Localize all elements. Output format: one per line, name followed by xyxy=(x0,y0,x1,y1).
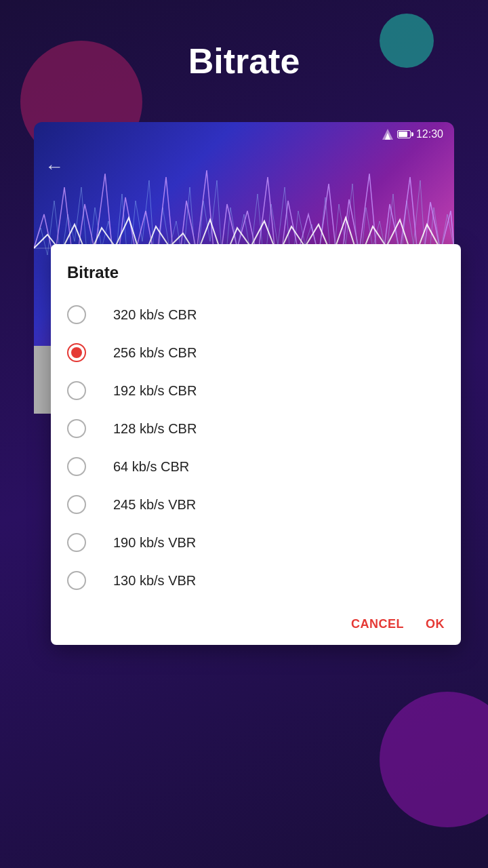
bitrate-dialog: Bitrate 320 kb/s CBR 256 kb/s CBR 192 kb… xyxy=(51,244,461,645)
label-256-cbr: 256 kb/s CBR xyxy=(113,345,197,361)
radio-64-cbr[interactable] xyxy=(67,457,86,476)
cancel-button[interactable]: CANCEL xyxy=(351,617,404,631)
status-time: 12:30 xyxy=(416,128,443,140)
radio-130-vbr[interactable] xyxy=(67,571,86,590)
label-128-cbr: 128 kb/s CBR xyxy=(113,421,197,437)
back-button[interactable]: ← xyxy=(45,156,64,178)
status-icons xyxy=(382,129,411,140)
radio-192-cbr[interactable] xyxy=(67,381,86,400)
signal-icon xyxy=(382,129,393,140)
option-192-cbr[interactable]: 192 kb/s CBR xyxy=(67,372,445,410)
option-256-cbr[interactable]: 256 kb/s CBR xyxy=(67,334,445,372)
radio-256-cbr[interactable] xyxy=(67,343,86,362)
label-190-vbr: 190 kb/s VBR xyxy=(113,535,196,551)
option-130-vbr[interactable]: 130 kb/s VBR xyxy=(67,561,445,599)
label-192-cbr: 192 kb/s CBR xyxy=(113,383,197,399)
label-245-vbr: 245 kb/s VBR xyxy=(113,497,196,513)
option-320-cbr[interactable]: 320 kb/s CBR xyxy=(67,296,445,334)
status-bar: 12:30 xyxy=(34,122,454,146)
label-64-cbr: 64 kb/s CBR xyxy=(113,459,189,475)
ok-button[interactable]: OK xyxy=(426,617,445,631)
page-title: Bitrate xyxy=(0,41,488,81)
option-245-vbr[interactable]: 245 kb/s VBR xyxy=(67,486,445,524)
radio-128-cbr[interactable] xyxy=(67,419,86,438)
battery-icon xyxy=(397,130,411,138)
label-320-cbr: 320 kb/s CBR xyxy=(113,307,197,323)
radio-320-cbr[interactable] xyxy=(67,305,86,324)
option-190-vbr[interactable]: 190 kb/s VBR xyxy=(67,524,445,561)
label-130-vbr: 130 kb/s VBR xyxy=(113,573,196,589)
dialog-title: Bitrate xyxy=(67,263,445,282)
radio-245-vbr[interactable] xyxy=(67,495,86,514)
radio-190-vbr[interactable] xyxy=(67,533,86,552)
option-64-cbr[interactable]: 64 kb/s CBR xyxy=(67,448,445,486)
option-128-cbr[interactable]: 128 kb/s CBR xyxy=(67,410,445,448)
dialog-actions: CANCEL OK xyxy=(67,612,445,631)
